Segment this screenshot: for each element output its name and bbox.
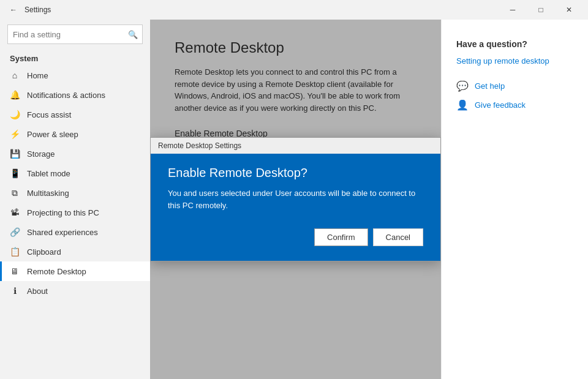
main-content: Remote Desktop Remote Desktop lets you c… xyxy=(150,20,441,379)
sidebar-item-label: Focus assist xyxy=(27,110,71,119)
sidebar-item-power-sleep[interactable]: ⚡Power & sleep xyxy=(0,124,150,144)
modal-dialog: Remote Desktop Settings Enable Remote De… xyxy=(150,137,441,261)
sidebar-item-label: Home xyxy=(27,71,48,80)
sidebar: 🔍 System ⌂Home🔔Notifications & actions🌙F… xyxy=(0,20,150,379)
get-help-label[interactable]: Get help xyxy=(475,81,505,91)
sidebar-item-projecting[interactable]: 📽Projecting to this PC xyxy=(0,203,150,222)
sidebar-item-focus-assist[interactable]: 🌙Focus assist xyxy=(0,105,150,124)
modal-body: You and users selected under User accoun… xyxy=(168,187,423,211)
sidebar-item-about[interactable]: ℹAbout xyxy=(0,281,150,301)
cancel-button[interactable]: Cancel xyxy=(373,228,423,246)
right-panel-item-get-help[interactable]: 💬Get help xyxy=(456,80,573,92)
modal-heading: Enable Remote Desktop? xyxy=(168,166,423,180)
sidebar-item-label: Remote Desktop xyxy=(27,267,86,276)
app-body: 🔍 System ⌂Home🔔Notifications & actions🌙F… xyxy=(0,20,588,379)
about-icon: ℹ xyxy=(10,286,20,296)
give-feedback-icon: 👤 xyxy=(456,99,469,111)
search-input[interactable] xyxy=(7,24,143,44)
sidebar-item-storage[interactable]: 💾Storage xyxy=(0,144,150,163)
modal-title-text: Remote Desktop Settings xyxy=(158,141,241,150)
clipboard-icon: 📋 xyxy=(10,247,20,257)
right-panel-items: 💬Get help👤Give feedback xyxy=(456,80,573,111)
focus-assist-icon: 🌙 xyxy=(10,110,20,119)
window-title: Settings xyxy=(24,6,499,14)
sidebar-item-label: Clipboard xyxy=(27,247,61,257)
sidebar-item-label: Multitasking xyxy=(27,189,69,198)
confirm-button[interactable]: Confirm xyxy=(314,228,368,246)
sidebar-item-remote-desktop[interactable]: 🖥Remote Desktop xyxy=(0,261,150,281)
sidebar-item-label: About xyxy=(27,287,48,296)
sidebar-item-label: Power & sleep xyxy=(27,130,78,139)
sidebar-item-tablet-mode[interactable]: 📱Tablet mode xyxy=(0,163,150,183)
sidebar-item-clipboard[interactable]: 📋Clipboard xyxy=(0,242,150,261)
shared-experiences-icon: 🔗 xyxy=(10,227,20,237)
close-button[interactable]: ✕ xyxy=(555,0,583,20)
window-controls: ─ □ ✕ xyxy=(499,0,583,20)
get-help-icon: 💬 xyxy=(456,80,469,92)
maximize-button[interactable]: □ xyxy=(527,0,555,20)
system-label: System xyxy=(0,49,150,66)
notifications-icon: 🔔 xyxy=(10,90,20,100)
setup-link[interactable]: Setting up remote desktop xyxy=(456,56,573,66)
right-panel: Have a question? Setting up remote deskt… xyxy=(441,20,588,379)
sidebar-item-label: Notifications & actions xyxy=(27,91,105,100)
search-icon: 🔍 xyxy=(128,30,138,39)
home-icon: ⌂ xyxy=(10,70,20,80)
power-sleep-icon: ⚡ xyxy=(10,129,20,139)
sidebar-item-label: Storage xyxy=(27,149,55,159)
modal-title-bar: Remote Desktop Settings xyxy=(151,138,440,154)
projecting-icon: 📽 xyxy=(10,208,20,217)
sidebar-item-home[interactable]: ⌂Home xyxy=(0,66,150,85)
sidebar-item-shared-experiences[interactable]: 🔗Shared experiences xyxy=(0,222,150,242)
give-feedback-label[interactable]: Give feedback xyxy=(475,100,526,110)
sidebar-item-label: Shared experiences xyxy=(27,228,98,237)
right-panel-title: Have a question? xyxy=(456,39,573,49)
sidebar-item-notifications[interactable]: 🔔Notifications & actions xyxy=(0,85,150,105)
storage-icon: 💾 xyxy=(10,149,20,159)
settings-window: ← Settings ─ □ ✕ 🔍 System ⌂Home🔔Notifica… xyxy=(0,0,588,379)
tablet-mode-icon: 📱 xyxy=(10,168,20,178)
right-panel-item-give-feedback[interactable]: 👤Give feedback xyxy=(456,99,573,111)
sidebar-item-label: Tablet mode xyxy=(27,169,70,178)
sidebar-item-label: Projecting to this PC xyxy=(27,208,99,217)
search-container: 🔍 xyxy=(7,24,143,44)
modal-overlay: Remote Desktop Settings Enable Remote De… xyxy=(150,20,441,379)
back-button[interactable]: ← xyxy=(5,1,22,18)
title-bar: ← Settings ─ □ ✕ xyxy=(0,0,588,20)
remote-desktop-icon: 🖥 xyxy=(10,266,20,276)
multitasking-icon: ⧉ xyxy=(10,188,20,198)
minimize-button[interactable]: ─ xyxy=(499,0,527,20)
modal-buttons: Confirm Cancel xyxy=(168,228,423,246)
sidebar-items: ⌂Home🔔Notifications & actions🌙Focus assi… xyxy=(0,66,150,301)
sidebar-item-multitasking[interactable]: ⧉Multitasking xyxy=(0,183,150,203)
